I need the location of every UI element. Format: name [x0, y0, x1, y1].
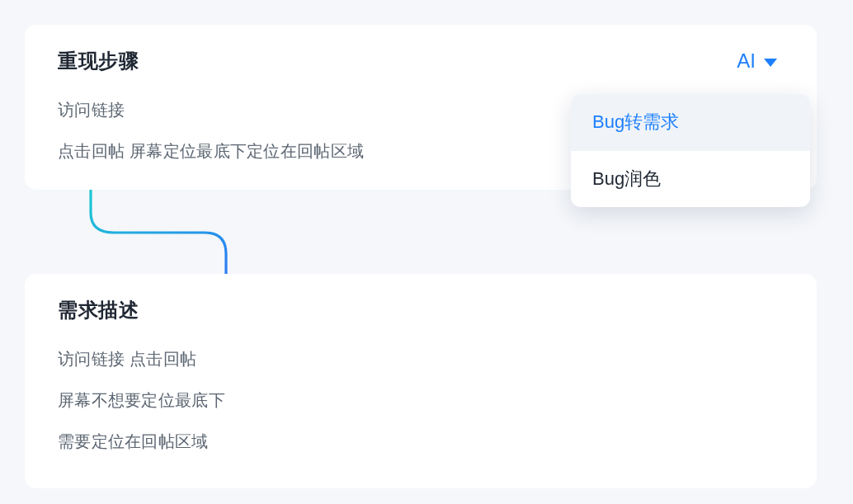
requirement-description-card: 需求描述 访问链接 点击回帖 屏幕不想要定位最底下 需要定位在回帖区域	[25, 274, 817, 488]
dropdown-item-bug-to-requirement[interactable]: Bug转需求	[571, 94, 810, 151]
card-title: 需求描述	[58, 297, 139, 323]
dropdown-item-bug-polish[interactable]: Bug润色	[571, 151, 810, 208]
ai-dropdown-menu: Bug转需求 Bug润色	[571, 94, 810, 207]
chevron-down-icon	[764, 59, 777, 67]
ai-dropdown-button[interactable]: AI	[737, 49, 784, 73]
requirement-line: 需要定位在回帖区域	[58, 429, 784, 454]
card-title: 重现步骤	[58, 48, 139, 74]
card-header: 重现步骤 AI	[58, 48, 784, 74]
ai-label: AI	[737, 49, 756, 73]
requirement-line: 访问链接 点击回帖	[58, 346, 784, 371]
connector-line-icon	[89, 190, 229, 274]
requirement-line: 屏幕不想要定位最底下	[58, 388, 784, 412]
card-header: 需求描述	[58, 297, 784, 323]
